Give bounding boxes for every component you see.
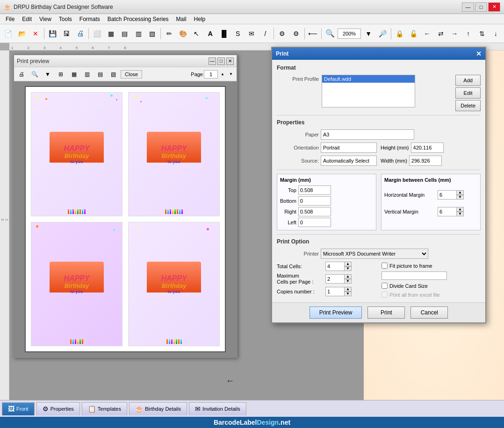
zoom-out-button[interactable]: 🔍 bbox=[324, 27, 337, 40]
arrow-left-button[interactable]: ← bbox=[421, 27, 433, 40]
tb-btn-5[interactable]: ▧ bbox=[146, 27, 158, 40]
save-button[interactable]: 💾 bbox=[46, 27, 59, 40]
pp-page-down[interactable]: ▼ bbox=[227, 71, 235, 78]
orientation-input[interactable] bbox=[321, 143, 377, 153]
line-button[interactable]: / bbox=[259, 27, 272, 40]
tab-front[interactable]: 🖼 Front bbox=[2, 402, 35, 415]
tab-birthday-details[interactable]: 🎂 Birthday Details bbox=[129, 402, 187, 415]
arrow-up-button[interactable]: ↑ bbox=[462, 27, 475, 40]
add-profile-button[interactable]: Add bbox=[455, 75, 481, 86]
copies-up[interactable]: ▲ bbox=[344, 287, 352, 292]
bottom-margin-input[interactable] bbox=[298, 196, 331, 206]
cylinder-button[interactable]: ⚙ bbox=[276, 27, 288, 40]
pp-print-tool[interactable]: 🖨 bbox=[16, 69, 27, 79]
delete-profile-button[interactable]: Delete bbox=[455, 100, 481, 111]
profile-item-default[interactable]: Default.wdd bbox=[322, 75, 415, 83]
maximize-button[interactable]: □ bbox=[475, 2, 487, 12]
close-app-button[interactable]: ✕ bbox=[488, 2, 500, 12]
height-input[interactable] bbox=[411, 143, 444, 153]
h-margin-up[interactable]: ▲ bbox=[456, 190, 464, 195]
zoom-dropdown-button[interactable]: ▼ bbox=[362, 27, 375, 40]
menu-file[interactable]: File bbox=[2, 15, 18, 23]
source-input[interactable] bbox=[321, 156, 377, 166]
pp-view2-tool[interactable]: ▦ bbox=[68, 69, 79, 79]
menu-batch[interactable]: Batch Processing Series bbox=[104, 15, 173, 23]
minimize-button[interactable]: — bbox=[462, 2, 474, 12]
pp-zoom-tool[interactable]: 🔍 bbox=[29, 69, 40, 79]
icon-button[interactable]: S bbox=[231, 27, 244, 40]
pp-page-input[interactable]: 1 bbox=[204, 70, 218, 78]
pointer-button[interactable]: ↖ bbox=[190, 27, 203, 40]
lock2-button[interactable]: 🔓 bbox=[407, 27, 419, 40]
pp-zoom-dropdown[interactable]: ▼ bbox=[42, 69, 53, 79]
right-margin-input[interactable] bbox=[298, 207, 331, 216]
total-cells-up[interactable]: ▲ bbox=[344, 262, 352, 266]
arrows-v-button[interactable]: ⇅ bbox=[475, 27, 488, 40]
menu-tools[interactable]: Tools bbox=[55, 15, 76, 23]
menu-view[interactable]: View bbox=[36, 15, 55, 23]
pp-maximize-button[interactable]: □ bbox=[217, 57, 225, 65]
menu-edit[interactable]: Edit bbox=[18, 15, 36, 23]
print-button[interactable]: Print bbox=[367, 307, 405, 319]
cylinder2-button[interactable]: ⚙ bbox=[289, 27, 302, 40]
print-settings-button[interactable]: 🖨 bbox=[74, 27, 86, 40]
left-margin-input[interactable] bbox=[298, 218, 331, 227]
tab-templates[interactable]: 📋 Templates bbox=[82, 402, 127, 415]
print-excel-checkbox[interactable] bbox=[382, 292, 388, 298]
total-cells-down[interactable]: ▼ bbox=[344, 266, 352, 271]
zoom-minus-button[interactable]: 🔎 bbox=[376, 27, 389, 40]
printer-select[interactable]: Microsoft XPS Document Writer bbox=[321, 249, 428, 259]
pp-close-button[interactable]: ✕ bbox=[226, 57, 234, 65]
paper-input[interactable] bbox=[321, 129, 414, 140]
tb-btn-1[interactable]: ⬜ bbox=[91, 27, 103, 40]
width-input[interactable] bbox=[409, 156, 442, 166]
top-margin-input[interactable] bbox=[298, 185, 331, 195]
h-margin-input[interactable] bbox=[438, 190, 456, 200]
tb-btn-3[interactable]: ▤ bbox=[118, 27, 131, 40]
divide-card-checkbox[interactable] bbox=[382, 283, 388, 289]
max-cells-up[interactable]: ▲ bbox=[344, 274, 352, 279]
barcode-button[interactable]: ▐▌ bbox=[218, 27, 230, 40]
tb-btn-2[interactable]: ▦ bbox=[105, 27, 117, 40]
text-button[interactable]: A bbox=[204, 27, 216, 40]
close-button[interactable]: ✕ bbox=[29, 27, 42, 40]
menu-help[interactable]: Help bbox=[190, 15, 209, 23]
v-margin-up[interactable]: ▲ bbox=[456, 207, 464, 212]
paint-button[interactable]: 🎨 bbox=[176, 27, 189, 40]
pp-view1-tool[interactable]: ⊞ bbox=[55, 69, 66, 79]
copies-input[interactable] bbox=[325, 287, 344, 296]
cancel-button[interactable]: Cancel bbox=[410, 307, 448, 319]
new-button[interactable]: 📄 bbox=[2, 27, 14, 40]
pd-close-button[interactable]: ✕ bbox=[476, 50, 482, 57]
back-button[interactable]: ⟵ bbox=[307, 27, 319, 40]
pp-page-up[interactable]: ▲ bbox=[219, 71, 226, 78]
edit-profile-button[interactable]: Edit bbox=[455, 87, 481, 99]
open-button[interactable]: 📂 bbox=[15, 27, 28, 40]
h-margin-down[interactable]: ▼ bbox=[456, 195, 464, 200]
pp-view5-tool[interactable]: ▧ bbox=[108, 69, 119, 79]
pp-minimize-button[interactable]: — bbox=[209, 57, 216, 65]
tb-btn-4[interactable]: ▥ bbox=[132, 27, 144, 40]
copies-down[interactable]: ▼ bbox=[344, 292, 352, 296]
arrow-right-button[interactable]: → bbox=[448, 27, 461, 40]
total-cells-input[interactable] bbox=[325, 262, 344, 271]
menu-mail[interactable]: Mail bbox=[173, 15, 190, 23]
fit-picture-checkbox[interactable] bbox=[382, 263, 388, 269]
v-margin-input[interactable] bbox=[438, 207, 456, 216]
lock-button[interactable]: 🔒 bbox=[393, 27, 406, 40]
v-margin-down[interactable]: ▼ bbox=[456, 212, 464, 216]
menu-formats[interactable]: Formats bbox=[76, 15, 104, 23]
max-cells-input[interactable] bbox=[325, 274, 344, 284]
pp-view4-tool[interactable]: ▤ bbox=[94, 69, 106, 79]
pp-close-btn[interactable]: Close bbox=[121, 70, 142, 78]
pencil-button[interactable]: ✏ bbox=[163, 27, 175, 40]
saveas-button[interactable]: 🖫 bbox=[60, 27, 72, 40]
pp-view3-tool[interactable]: ▥ bbox=[81, 69, 93, 79]
arrows-button[interactable]: ⇄ bbox=[434, 27, 447, 40]
tab-invitation-details[interactable]: ✉ Invitation Details bbox=[189, 402, 246, 415]
tab-properties[interactable]: ⚙ Properties bbox=[36, 402, 80, 415]
print-preview-button[interactable]: Print Preview bbox=[310, 307, 362, 319]
zoom-input[interactable]: 200% bbox=[338, 29, 361, 39]
profile-list[interactable]: Default.wdd bbox=[322, 75, 415, 107]
max-cells-down[interactable]: ▼ bbox=[344, 279, 352, 284]
